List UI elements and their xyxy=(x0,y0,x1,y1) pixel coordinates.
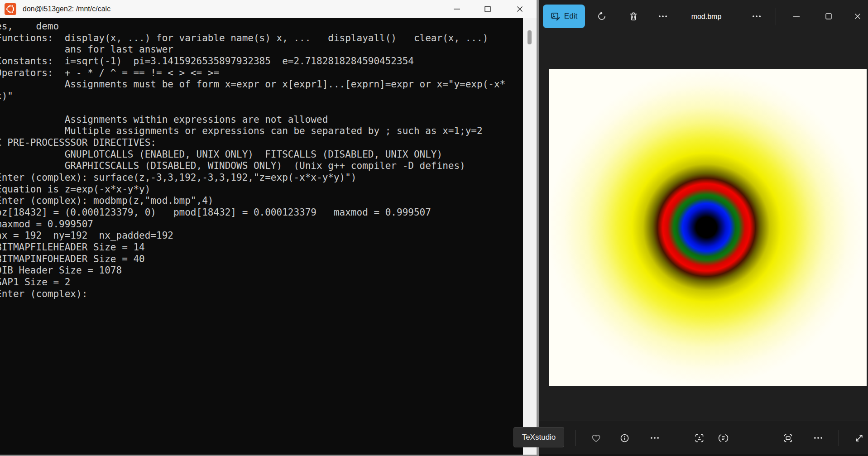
terminal-line: Assignments must be of form x=expr or x[… xyxy=(0,79,523,91)
rotate-button[interactable] xyxy=(592,6,612,26)
desktop: don@i513gen2: /mnt/c/calc es, demo Funct… xyxy=(0,0,868,456)
terminal-line: BITMAPFILEHEADER Size = 14 xyxy=(0,242,523,254)
photos-close-button[interactable] xyxy=(847,6,868,26)
terminal-line: Constants: i=sqrt(-1) pi=3.1415926535897… xyxy=(0,56,523,67)
terminal-line: maxmod = 0.999507 xyxy=(0,219,523,230)
photos-maximize-button[interactable] xyxy=(818,6,839,26)
terminal-line: nx = 192 ny=192 nx_padded=192 xyxy=(0,230,523,242)
terminal-line: Operators: + - * / ^ = == != < > <= >= xyxy=(0,67,523,79)
terminal-line: Enter (complex): xyxy=(0,288,523,300)
terminal-line: Assignments within expressions are not a… xyxy=(0,114,523,126)
tooltip-label: TeXstudio xyxy=(522,433,556,442)
terminal-line: DIB Header Size = 1078 xyxy=(0,265,523,277)
terminal-line: Multiple assignments or expressions can … xyxy=(0,125,523,137)
terminal-minimize-button[interactable] xyxy=(446,0,467,18)
visual-search-button[interactable] xyxy=(689,428,709,448)
text-extract-button[interactable] xyxy=(713,428,733,448)
ellipsis-icon xyxy=(658,11,668,21)
terminal-window: don@i513gen2: /mnt/c/calc es, demo Funct… xyxy=(0,0,539,455)
ellipsis-icon xyxy=(813,433,823,443)
toolbar-separator xyxy=(776,8,776,25)
edit-button-label: Edit xyxy=(564,12,577,21)
terminal-line: Enter (complex): modbmp(z,"mod.bmp",4) xyxy=(0,195,523,207)
terminal-line: GNUPLOTCALLS (ENABLED, UNIX ONLY) FITSCA… xyxy=(0,149,523,161)
fit-screen-icon xyxy=(783,433,793,443)
ellipsis-icon xyxy=(650,433,660,443)
photos-window-edge xyxy=(539,454,868,456)
terminal-output[interactable]: es, demo Functions: display(x, ...) for … xyxy=(0,18,523,455)
heart-icon xyxy=(591,433,601,443)
terminal-scrollbar-thumb[interactable] xyxy=(528,30,532,44)
info-icon xyxy=(619,433,630,443)
terminal-line: es, demo xyxy=(0,21,523,33)
text-extract-icon xyxy=(718,433,729,443)
photos-window: Edit xyxy=(539,0,868,456)
terminal-line: x)" xyxy=(0,91,523,102)
photos-filename: mod.bmp xyxy=(679,0,734,33)
photos-toolbar: Edit xyxy=(539,0,868,33)
terminal-line: Enter (complex): surface(z,-3,3,192,-3,3… xyxy=(0,172,523,184)
delete-button[interactable] xyxy=(623,6,643,26)
more-button[interactable] xyxy=(645,428,665,448)
expand-diagonal-icon xyxy=(854,433,864,443)
terminal-line: Equation is z=exp(-x*x-y*y) xyxy=(0,184,523,196)
terminal-line: BITMAPINFOHEADER Size = 40 xyxy=(0,254,523,265)
photos-bottom-bar xyxy=(539,421,868,454)
trash-icon xyxy=(628,11,638,21)
photos-minimize-button[interactable] xyxy=(786,6,807,26)
terminal-line: C PRE-PROCESSSOR DIRECTIVES: xyxy=(0,137,523,149)
fullscreen-button[interactable] xyxy=(849,428,868,448)
file-info-button[interactable] xyxy=(614,428,634,448)
more-options-button[interactable] xyxy=(653,6,673,26)
terminal-titlebar[interactable]: don@i513gen2: /mnt/c/calc xyxy=(0,0,537,18)
terminal-line: GRAPHICSCALLS (DISABLED, WINDOWS ONLY) (… xyxy=(0,160,523,172)
terminal-line xyxy=(0,102,523,114)
ubuntu-icon xyxy=(5,3,16,15)
edit-button[interactable]: Edit xyxy=(543,5,585,28)
terminal-scrollbar[interactable] xyxy=(523,18,537,455)
see-more-button[interactable] xyxy=(747,6,767,26)
terminal-line: Functions: display(x, ...) for variable … xyxy=(0,33,523,44)
fit-to-window-button[interactable] xyxy=(778,428,798,448)
terminal-line: GAP1 Size = 2 xyxy=(0,277,523,288)
favorite-button[interactable] xyxy=(586,428,606,448)
bottombar-separator xyxy=(839,430,839,446)
edit-image-icon xyxy=(551,11,561,21)
rotate-icon xyxy=(597,11,607,21)
terminal-maximize-button[interactable] xyxy=(477,0,498,18)
photo-mod-bmp[interactable] xyxy=(549,69,867,386)
terminal-close-button[interactable] xyxy=(509,0,530,18)
terminal-line: ans for last answer xyxy=(0,44,523,56)
terminal-line: pz[18432] = (0.000123379, 0) pmod[18432]… xyxy=(0,207,523,219)
terminal-title: don@i513gen2: /mnt/c/calc xyxy=(23,0,110,18)
ellipsis-icon xyxy=(752,11,762,21)
bottombar-separator xyxy=(575,430,575,446)
visual-search-icon xyxy=(694,433,705,443)
taskbar-tooltip: TeXstudio xyxy=(513,427,564,447)
zoom-options-button[interactable] xyxy=(808,428,828,448)
